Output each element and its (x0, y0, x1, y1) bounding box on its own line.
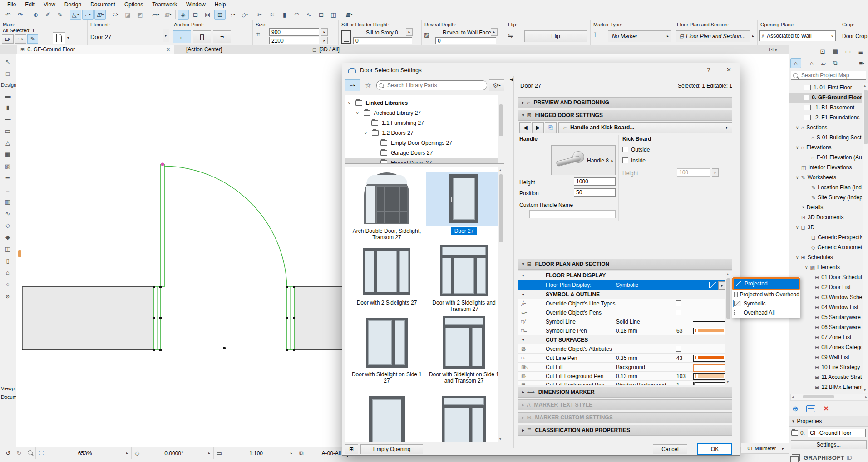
library-part-door-2-sidelights[interactable] (349, 243, 425, 298)
accordion-classification-properties[interactable]: ▸≣CLASSIFICATION AND PROPERTIES (518, 425, 732, 436)
row-override-attributes[interactable]: ▨⌐Override Object's Attributes (518, 344, 725, 354)
tab-3d-all[interactable]: ◻ [3D / All] (309, 45, 395, 54)
cancel-button[interactable]: Cancel (653, 444, 687, 454)
tree-item-schedule-partial[interactable]: ⊞ (789, 392, 862, 393)
handle-position-input[interactable] (574, 188, 616, 197)
handle-preview-button[interactable]: Handle 8 ▸ (551, 145, 616, 175)
scrollbar-thumb[interactable] (499, 174, 503, 242)
scale-segment[interactable]: ▭ 1:100 ▸ (213, 447, 296, 459)
dialog-titlebar[interactable]: Door Selection Settings ? ✕ (342, 63, 740, 77)
slab-tool[interactable]: ▭ (0, 125, 15, 137)
dropdown-item-projected[interactable]: Projected (732, 277, 800, 290)
column-tool[interactable]: ▮ (0, 101, 15, 113)
view-map-icon[interactable]: ⌂ (806, 58, 817, 68)
chevron-expanded-icon[interactable]: ∨ (805, 265, 808, 270)
properties-header[interactable]: ▾ Properties (789, 416, 868, 427)
chevron-down-icon[interactable]: ▾ (233, 13, 235, 16)
mirror-icon[interactable]: ◇▾ (239, 10, 250, 20)
tree-item-schedule[interactable]: ⊞01 Door Schedule (789, 272, 862, 282)
library-grid-scrollbar[interactable]: ▴ ▾ (498, 167, 504, 442)
layout-book-icon[interactable]: ▱ (818, 58, 829, 68)
opening-plane-select[interactable]: ⫽Associated to Wall∨ (760, 30, 836, 41)
split-icon[interactable]: ✂ (254, 10, 266, 20)
window-tool[interactable]: ▯ (0, 255, 15, 266)
copy-panel-icon[interactable] (792, 454, 800, 461)
parameter-transfer-icon[interactable]: ◈ (178, 10, 189, 20)
scroll-up-icon[interactable]: ▴ (727, 272, 729, 276)
tree-item-schedule[interactable]: ⊞11 Acoustic Strate (789, 372, 862, 382)
accordion-floor-plan-section[interactable]: ▾⊟FLOOR PLAN AND SECTION (518, 259, 732, 270)
fit-in-window-icon[interactable]: ⛶ (36, 450, 47, 457)
scrollbar-thumb[interactable] (803, 395, 834, 398)
unit-bar[interactable]: 01-Millimeter ▸ (741, 443, 789, 454)
object-tool[interactable]: ⌂ (0, 266, 15, 278)
zone-tool[interactable]: ▨ (0, 160, 15, 172)
element-flyout-button[interactable]: ▸ (163, 29, 169, 42)
accordion-marker-custom-settings[interactable]: ▸⊠MARKER CUSTOM SETTINGS (518, 412, 732, 423)
anchor-right-button[interactable]: ¬ (213, 30, 231, 43)
tree-item-worksheet[interactable]: ✎Site Survey (Indeper (789, 192, 862, 202)
tree-horizontal-scrollbar[interactable]: ◂ ▸ (790, 394, 868, 401)
library-part-thumbnail[interactable] (426, 393, 502, 442)
table-scrollbar[interactable]: ▴ ▾ (725, 271, 732, 385)
scrollbar-thumb[interactable] (864, 90, 868, 144)
stair-tool[interactable]: ≣ (0, 172, 15, 184)
tree-item-schedule[interactable]: ⊞03 Window Sche (789, 292, 862, 302)
library-settings-button[interactable]: ⚙▸ (489, 79, 504, 91)
curve-icon[interactable]: ∿ (303, 10, 315, 20)
chevron-down-icon[interactable]: ▾ (67, 36, 69, 40)
adjust-icon[interactable]: ≋ (266, 10, 278, 20)
zoom-segment[interactable]: ⛶ 653% ▸ (35, 447, 131, 459)
library-part-door-sidelight-side1-transom[interactable] (426, 315, 502, 369)
panel-icon[interactable]: ≣ (855, 46, 866, 56)
marker-type-combo[interactable]: No Marker (608, 30, 671, 42)
align-icon[interactable]: ◫ (328, 10, 339, 20)
row-cut-line-pen[interactable]: □⌙Cut Line Pen0.35 mm43 (518, 354, 725, 363)
graphisoft-id-label[interactable]: ID (846, 454, 852, 461)
guide-surface-icon[interactable]: ◩ (134, 10, 146, 20)
arrow-tool-toggle[interactable]: ◺▾ (70, 10, 81, 20)
tree-item-furnishing[interactable]: 1.1 Furnishing 27 (345, 118, 498, 128)
sill-value-input[interactable] (353, 37, 412, 44)
menu-file[interactable]: File (3, 0, 20, 9)
anchor-center-button[interactable]: ∏ (193, 30, 211, 43)
row-symbol-line[interactable]: □╱Symbol LineSolid Line (518, 317, 725, 326)
viewpoint-settings-icon[interactable] (806, 405, 815, 412)
flyout-arrow-icon[interactable]: ▸ (123, 451, 131, 455)
flyout-arrow-icon[interactable]: ▸ (205, 451, 213, 455)
tree-item-story[interactable]: -2. F1-Foundations (789, 113, 862, 123)
chevron-down-icon[interactable]: ▾ (246, 13, 248, 16)
menu-teamwork[interactable]: Teamwork (148, 0, 182, 9)
library-part-thumbnail[interactable] (349, 393, 425, 442)
scale-value[interactable]: 1:100 (225, 450, 287, 457)
tree-item-schedule[interactable]: ⊞10 Fire Strategy L (789, 362, 862, 372)
pen-color-swatch[interactable] (693, 355, 725, 362)
tree-item-3d-documents[interactable]: ⊡3D Documents (789, 212, 862, 222)
tree-vertical-scrollbar[interactable]: ▴ ▾ (863, 83, 868, 393)
empty-opening-button[interactable]: Empty Opening (360, 444, 423, 454)
anchor-left-button[interactable]: ⌐ (173, 30, 191, 43)
previous-page-button[interactable]: ◀ (519, 122, 531, 133)
orientation-segment[interactable]: ◇ 0.0000° ▸ (131, 447, 213, 459)
chevron-down-icon[interactable]: ▾ (77, 13, 79, 16)
folder-view-button[interactable]: ⌐▸ (345, 79, 360, 91)
wall-tool[interactable]: ▬ (0, 89, 15, 101)
tree-item-story[interactable]: 1. 01-First Floor (789, 83, 862, 93)
custom-handle-name-input[interactable] (529, 210, 616, 218)
sill-mode-flyout[interactable]: ▸ (406, 28, 413, 36)
scroll-up-icon[interactable]: ▴ (864, 84, 866, 88)
accordion-preview-positioning[interactable]: ▸⌐PREVIEW AND POSITIONING (518, 97, 732, 108)
menu-options[interactable]: Options (120, 0, 148, 9)
drag-copy-icon[interactable]: ▭▾ (150, 10, 161, 20)
kick-inside-checkbox[interactable] (622, 157, 628, 163)
marquee-tool-toggle[interactable]: ⌐▾ (82, 10, 94, 20)
chevron-expanded-icon[interactable]: ∨ (356, 111, 359, 115)
tree-item-schedule[interactable]: ⊞12 BIMx Element S (789, 382, 862, 392)
row-cut-fill-background-pen[interactable]: ▩⌙Cut Fill Background PenWindow Backgrou… (518, 381, 725, 385)
chevron-expanded-icon[interactable]: ∨ (796, 125, 799, 130)
morph-tool[interactable]: ◆ (0, 231, 15, 243)
row-floor-plan-display[interactable]: Floor Plan Display: Symbolic ▸ (518, 280, 725, 290)
door-preview-icon[interactable] (53, 32, 65, 44)
mesh-tool[interactable]: ▦ (0, 148, 15, 160)
tree-item-3d[interactable]: ∨◻3D (789, 222, 862, 232)
